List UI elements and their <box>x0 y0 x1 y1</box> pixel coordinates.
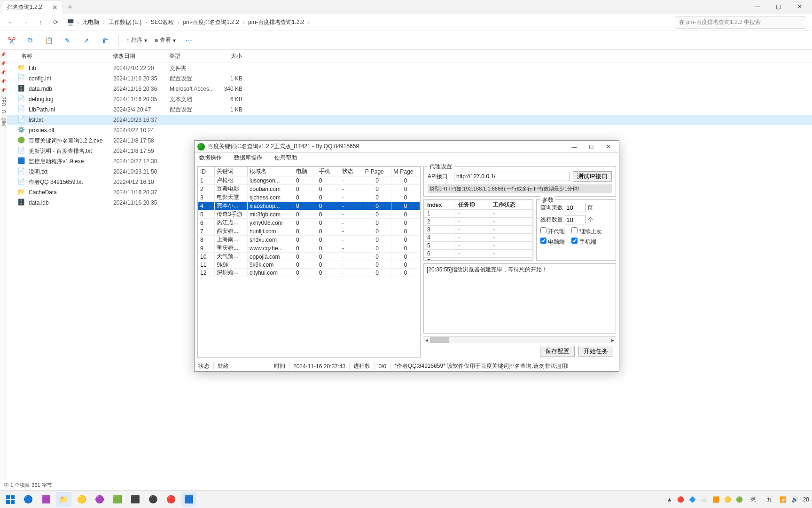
threads-input[interactable] <box>565 215 586 224</box>
nav-up-icon[interactable]: ↑ <box>36 18 45 27</box>
close-icon[interactable]: ✕ <box>52 4 58 11</box>
wifi-icon[interactable]: 📶 <box>780 496 787 503</box>
table-header[interactable]: Index <box>424 200 455 210</box>
tray-icon[interactable]: 🔴 <box>677 496 684 503</box>
pin-icon[interactable]: 📌 <box>1 87 6 93</box>
nav-back-icon[interactable]: ← <box>6 18 15 27</box>
share-icon[interactable]: ↗ <box>81 35 92 46</box>
file-row[interactable]: 📄 config.ini 2024/11/16 20:35 配置设置 1 KB <box>7 73 812 84</box>
col-date[interactable]: 修改日期 <box>113 52 169 60</box>
breadcrumb-item[interactable]: pm-百度排名查询1.2.2 <box>246 17 306 27</box>
file-row[interactable]: ⚙️ proxies.dll 2024/8/22 10:24 <box>7 125 812 135</box>
table-header[interactable]: P-Page <box>363 167 391 176</box>
breadcrumb-item[interactable]: pm-百度排名查询1.2.2 <box>181 17 241 27</box>
table-header[interactable]: 根域名 <box>247 167 294 176</box>
table-header[interactable]: ID <box>198 167 215 176</box>
app-minimize[interactable]: — <box>566 142 582 152</box>
pages-input[interactable] <box>565 203 586 212</box>
table-row[interactable]: 10天气预...oppojia.com00-00 <box>198 253 420 261</box>
table-row[interactable]: 3-- <box>424 226 533 234</box>
table-row[interactable]: 7-- <box>424 258 533 261</box>
window-close[interactable]: ✕ <box>789 0 810 14</box>
use-proxy-checkbox[interactable]: 开代理 <box>540 227 565 236</box>
taskbar-app[interactable]: 🟪 <box>39 492 54 507</box>
table-header[interactable]: 电脑 <box>294 167 317 176</box>
window-minimize[interactable]: — <box>747 0 768 14</box>
table-header[interactable]: 手机 <box>317 167 340 176</box>
breadcrumb-item[interactable]: 工作数据 (E:) <box>107 17 144 27</box>
table-row[interactable]: 12深圳婚...cityhui.com00-00 <box>198 269 420 277</box>
table-header[interactable]: 任务ID <box>455 200 490 210</box>
table-row[interactable]: 4-- <box>424 234 533 242</box>
table-row[interactable]: 119k9k9k9k.com00-00 <box>198 261 420 269</box>
file-row[interactable]: 📄 LibPath.ini 2024/2/4 20:47 配置设置 1 KB <box>7 104 812 115</box>
taskbar-app[interactable]: ⬛ <box>128 492 143 507</box>
menu-help[interactable]: 使用帮助 <box>272 153 300 163</box>
table-row[interactable]: 9重庆婚...www.cqzhe...00-00 <box>198 244 420 253</box>
app-titlebar[interactable]: 百度关键词排名查询v1.2.2正式版_BT421 - By QQ:8491565… <box>195 141 619 153</box>
ime-indicator[interactable]: 五 <box>764 494 775 504</box>
table-row[interactable]: 1-- <box>424 210 533 218</box>
view-dropdown[interactable]: ≡ 查看 ▾ <box>155 36 176 44</box>
file-row[interactable]: 📄 debug.log 2024/11/16 20:35 文本文档 6 KB <box>7 94 812 104</box>
table-row[interactable]: 2豆瓣电影douban.com00-00 <box>198 185 420 193</box>
table-header[interactable]: 关键词 <box>214 167 247 176</box>
taskbar-record[interactable]: 🔴 <box>164 492 179 507</box>
menu-db-ops[interactable]: 数据库操作 <box>231 153 265 163</box>
test-api-button[interactable]: 测试IP接口 <box>573 171 612 182</box>
pin-icon[interactable]: 📌 <box>1 79 6 84</box>
table-header[interactable]: 状态 <box>340 167 363 176</box>
sidebar-label[interactable]: SEO <box>1 96 6 106</box>
api-input[interactable] <box>454 172 570 181</box>
table-header[interactable]: M-Page <box>391 167 420 176</box>
taskbar-chrome[interactable]: 🟡 <box>74 492 89 507</box>
delete-icon[interactable]: 🗑 <box>100 35 111 46</box>
scroll-left-icon[interactable]: ◂ <box>423 337 430 343</box>
table-row[interactable]: 8上海南...shdxu.com00-00 <box>198 236 420 244</box>
taskbar-app[interactable]: 🟩 <box>110 492 125 507</box>
taskbar-app[interactable]: 🔵 <box>21 492 36 507</box>
table-header[interactable]: 工作状态 <box>490 200 532 210</box>
table-row[interactable]: 5-- <box>424 242 533 250</box>
copy-icon[interactable]: ⧉ <box>24 35 36 46</box>
new-tab-button[interactable]: ＋ <box>63 0 77 14</box>
window-maximize[interactable]: ▢ <box>768 0 789 14</box>
table-row[interactable]: 6-- <box>424 250 533 258</box>
table-row[interactable]: 4完本小...xiaoshuop...00-00 <box>198 202 420 210</box>
start-button[interactable] <box>3 492 18 507</box>
taskbar-app[interactable]: 🟣 <box>92 492 107 507</box>
tray-icon[interactable]: 🟧 <box>712 496 719 503</box>
file-row[interactable]: 📄 list.txt 2024/10/23 16:37 <box>7 115 812 125</box>
table-row[interactable]: 3电影天堂sjchess.com00-00 <box>198 193 420 202</box>
scrollbar-horizontal[interactable]: ◂ ▸ <box>423 336 616 343</box>
tray-icon[interactable]: 🟢 <box>736 496 743 503</box>
pin-icon[interactable]: 📌 <box>1 61 6 66</box>
pc-icon[interactable]: 🖥️ <box>66 18 75 27</box>
menu-data-ops[interactable]: 数据操作 <box>196 153 225 163</box>
save-config-button[interactable]: 保存配置 <box>540 346 575 357</box>
tab-active[interactable]: 排名查询1.2.2 ✕ <box>2 0 63 14</box>
file-row[interactable]: 📁 Lib 2024/7/10 22:20 文件夹 <box>7 63 812 73</box>
mobile-side-checkbox[interactable]: 手机端 <box>571 238 596 246</box>
breadcrumb-item[interactable]: 此电脑 <box>80 17 101 27</box>
clock[interactable]: 20 <box>803 496 809 503</box>
volume-icon[interactable]: 🔊 <box>791 496 798 503</box>
pin-icon[interactable]: 📌 <box>1 70 6 75</box>
file-row[interactable]: 🗄️ data.mdb 2024/11/16 20:36 Microsoft A… <box>7 84 812 94</box>
paste-icon[interactable]: 📋 <box>43 35 55 46</box>
sort-dropdown[interactable]: ↕ 排序 ▾ <box>126 36 147 44</box>
tray-icon[interactable]: 🔷 <box>689 496 696 503</box>
rename-icon[interactable]: ✎ <box>62 35 73 46</box>
taskbar-app[interactable]: ⚫ <box>146 492 161 507</box>
cut-icon[interactable]: ✂️ <box>6 35 17 46</box>
table-row[interactable]: 1卢松松lusongson...00-00 <box>198 176 420 185</box>
app-maximize[interactable]: ▢ <box>583 142 599 152</box>
app-close[interactable]: ✕ <box>600 142 616 152</box>
col-type[interactable]: 类型 <box>169 52 214 60</box>
table-row[interactable]: 2-- <box>424 218 533 226</box>
breadcrumb-item[interactable]: SEO教程 <box>149 17 176 27</box>
start-task-button[interactable]: 开始任务 <box>578 346 613 357</box>
tray-icon[interactable]: ☁️ <box>701 496 708 503</box>
continue-checkbox[interactable]: 继续上次 <box>571 227 601 236</box>
taskbar-file-explorer[interactable]: 📁 <box>56 492 71 507</box>
